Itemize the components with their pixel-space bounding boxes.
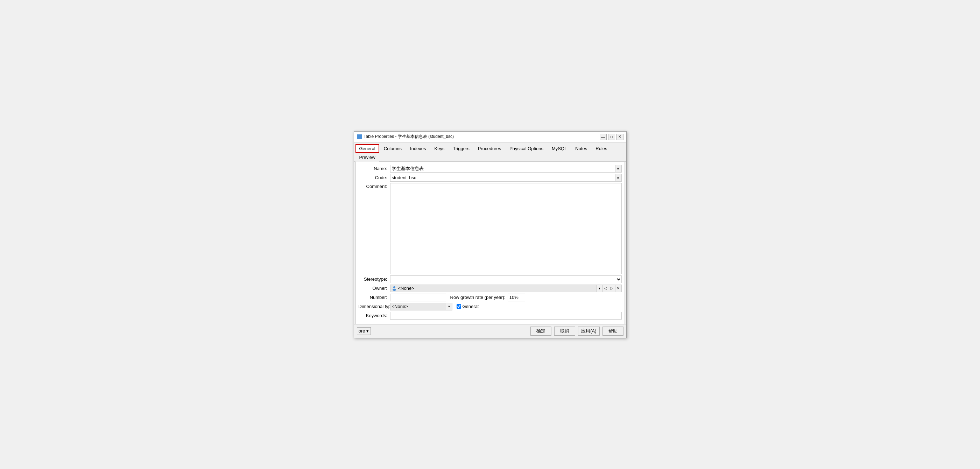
owner-prev-btn[interactable]: ◁ <box>603 284 609 292</box>
owner-value: <None> <box>398 286 414 291</box>
tab-columns[interactable]: Columns <box>380 144 406 153</box>
tab-triggers[interactable]: Triggers <box>449 144 473 153</box>
comment-textarea[interactable] <box>390 183 622 274</box>
tab-preview[interactable]: Preview <box>355 153 379 162</box>
ok-button[interactable]: 确定 <box>530 327 551 336</box>
table-icon <box>357 134 362 139</box>
number-row: Number: Row growth rate (per year): <box>359 294 622 302</box>
keywords-row: Keywords: <box>359 312 622 319</box>
tab-physical-options[interactable]: Physical Options <box>506 144 547 153</box>
tab-indexes[interactable]: Indexes <box>406 144 430 153</box>
tab-notes[interactable]: Notes <box>571 144 591 153</box>
owner-label: Owner: <box>359 286 390 291</box>
name-input[interactable] <box>390 165 616 172</box>
stereotype-label: Stereotype: <box>359 276 390 282</box>
growth-rate-input[interactable] <box>508 294 525 302</box>
generate-label: Generat <box>463 304 479 309</box>
svg-point-1 <box>393 289 396 291</box>
owner-clear-btn[interactable]: ✕ <box>616 284 622 292</box>
dimensional-type-wrapper: <None> ▾ Generat <box>390 303 479 311</box>
code-input-wrapper: ≡ <box>390 174 622 182</box>
code-label: Code: <box>359 175 390 180</box>
close-button[interactable]: ✕ <box>616 134 624 140</box>
dimensional-type-row: Dimensional type: <None> ▾ Generat <box>359 303 622 311</box>
tab-mysql[interactable]: MySQL <box>548 144 571 153</box>
comment-label: Comment: <box>359 183 390 189</box>
name-expand-btn[interactable]: ≡ <box>616 165 622 172</box>
apply-button[interactable]: 应用(A) <box>578 327 599 336</box>
more-label: ore <box>359 328 365 333</box>
stereotype-select[interactable] <box>390 276 622 283</box>
tab-rules[interactable]: Rules <box>592 144 611 153</box>
tab-keys[interactable]: Keys <box>431 144 449 153</box>
code-row: Code: ≡ <box>359 174 622 182</box>
code-input[interactable] <box>390 174 616 182</box>
name-input-wrapper: ≡ <box>390 165 622 172</box>
name-row: Name: ≡ <box>359 165 622 172</box>
title-bar: Table Properties - 学生基本信息表 (student_bsc)… <box>354 132 626 142</box>
generate-checkbox[interactable] <box>457 304 461 309</box>
owner-dropdown-btn[interactable]: ▾ <box>597 284 603 292</box>
bottom-left: ore ▾ <box>357 327 371 335</box>
bottom-right: 确定 取消 应用(A) 帮助 <box>530 327 623 336</box>
maximize-button[interactable]: □ <box>608 134 615 140</box>
tab-procedures[interactable]: Procedures <box>474 144 505 153</box>
owner-select-display[interactable]: <None> <box>390 284 597 292</box>
growth-rate-label: Row growth rate (per year): <box>450 295 506 300</box>
help-button[interactable]: 帮助 <box>603 327 624 336</box>
code-expand-btn[interactable]: ≡ <box>616 174 622 182</box>
cancel-button[interactable]: 取消 <box>554 327 575 336</box>
more-arrow-icon: ▾ <box>366 328 369 333</box>
keywords-label: Keywords: <box>359 313 390 318</box>
more-button[interactable]: ore ▾ <box>357 327 371 335</box>
owner-wrapper: <None> ▾ ◁ ▷ ✕ <box>390 284 622 292</box>
number-label: Number: <box>359 295 390 300</box>
owner-row: Owner: <None> ▾ ◁ ▷ ✕ <box>359 284 622 292</box>
dimensional-type-label: Dimensional type: <box>359 304 390 309</box>
minimize-button[interactable]: — <box>600 134 607 140</box>
dialog-table-properties: Table Properties - 学生基本信息表 (student_bsc)… <box>354 131 627 338</box>
dimensional-select-display[interactable]: <None> <box>390 303 446 311</box>
tab-general[interactable]: General <box>355 144 379 153</box>
comment-row: Comment: <box>359 183 622 274</box>
person-icon <box>392 286 397 291</box>
bottom-bar: ore ▾ 确定 取消 应用(A) 帮助 <box>354 324 626 338</box>
number-input[interactable] <box>390 294 446 302</box>
title-buttons: — □ ✕ <box>600 134 624 140</box>
name-label: Name: <box>359 166 390 171</box>
dimensional-dropdown-btn[interactable]: ▾ <box>446 303 452 311</box>
stereotype-row: Stereotype: <box>359 276 622 283</box>
svg-point-0 <box>393 286 395 289</box>
owner-next-btn[interactable]: ▷ <box>609 284 616 292</box>
keywords-input[interactable] <box>390 312 622 319</box>
dimensional-select-group: <None> ▾ <box>390 303 452 311</box>
tab-bar: General Columns Indexes Keys Triggers Pr… <box>354 142 626 162</box>
dialog-title: Table Properties - 学生基本信息表 (student_bsc) <box>364 134 454 140</box>
dimensional-type-value: <None> <box>392 304 408 309</box>
main-content: Name: ≡ Code: ≡ Comment: Stereotype: <box>355 162 625 324</box>
generate-group: Generat <box>457 304 479 309</box>
